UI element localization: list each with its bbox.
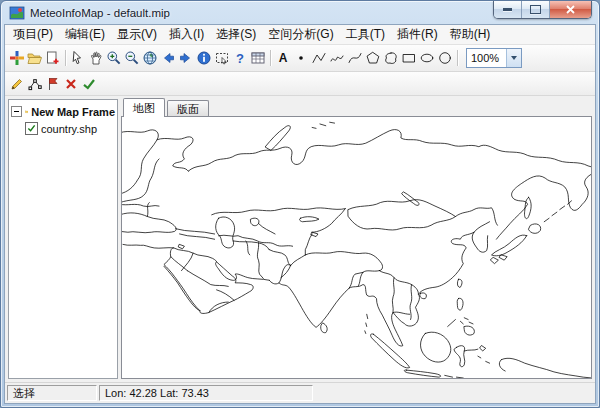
map-frame-row[interactable]: New Map Frame bbox=[11, 103, 115, 120]
minimize-button[interactable] bbox=[494, 1, 522, 18]
layer-label[interactable]: country.shp bbox=[41, 123, 97, 135]
open-folder-icon bbox=[27, 50, 43, 66]
globe-icon bbox=[142, 50, 158, 66]
toolbar-separator bbox=[457, 50, 458, 66]
window-controls bbox=[493, 1, 592, 19]
circle-icon bbox=[437, 50, 453, 66]
edit-toolbar bbox=[5, 72, 595, 96]
map-panel: 地图 版面 bbox=[121, 99, 592, 379]
new-freehand-button[interactable] bbox=[328, 48, 346, 68]
country-outline-map bbox=[122, 117, 591, 378]
attribute-table-button[interactable] bbox=[249, 48, 267, 68]
status-bar: 选择 Lon: 42.28 Lat: 73.43 bbox=[5, 382, 595, 403]
close-button[interactable] bbox=[550, 1, 591, 18]
zoom-out-icon bbox=[124, 50, 140, 66]
save-edits-button[interactable] bbox=[80, 74, 98, 94]
full-extent-button[interactable] bbox=[141, 48, 159, 68]
new-feature-button[interactable] bbox=[44, 74, 62, 94]
info-icon bbox=[196, 50, 212, 66]
toolbar-separator bbox=[65, 50, 66, 66]
status-mode-cell: 选择 bbox=[7, 385, 97, 401]
folder-icon bbox=[25, 105, 28, 118]
menu-plugins[interactable]: 插件(R) bbox=[391, 25, 444, 44]
maximize-button[interactable] bbox=[522, 1, 550, 18]
question-icon: ? bbox=[236, 52, 244, 65]
pencil-icon bbox=[9, 76, 25, 92]
flag-icon bbox=[45, 76, 61, 92]
map-canvas[interactable] bbox=[121, 116, 592, 379]
menu-project[interactable]: 项目(P) bbox=[7, 25, 59, 44]
new-rectangle-button[interactable] bbox=[400, 48, 418, 68]
point-icon bbox=[293, 50, 309, 66]
menu-insert[interactable]: 插入(I) bbox=[163, 25, 210, 44]
layer-visibility-checkbox[interactable] bbox=[25, 122, 38, 135]
rectangle-icon bbox=[401, 50, 417, 66]
add-layer-icon bbox=[45, 50, 61, 66]
select-button[interactable] bbox=[69, 48, 87, 68]
window-title: MeteoInfoMap - default.mip bbox=[30, 7, 170, 19]
client-area: 项目(P) 编辑(E) 显示(V) 插入(I) 选择(S) 空间分析(G) 工具… bbox=[4, 24, 596, 404]
chevron-down-icon[interactable] bbox=[506, 49, 521, 67]
status-coordinates-text: Lon: 42.28 Lat: 73.43 bbox=[105, 387, 209, 399]
new-curve-polygon-button[interactable] bbox=[382, 48, 400, 68]
tab-layout[interactable]: 版面 bbox=[167, 100, 209, 117]
pan-button[interactable] bbox=[87, 48, 105, 68]
start-edit-button[interactable] bbox=[8, 74, 26, 94]
status-coordinates-cell: Lon: 42.28 Lat: 73.43 bbox=[99, 385, 313, 401]
status-mode-text: 选择 bbox=[13, 386, 35, 401]
workspace: New Map Frame country.shp 地图 版面 bbox=[5, 96, 595, 382]
new-label-button[interactable]: A bbox=[274, 48, 292, 68]
new-project-button[interactable] bbox=[8, 48, 26, 68]
table-icon bbox=[250, 50, 266, 66]
minimize-icon bbox=[503, 8, 512, 11]
collapse-toggle-icon[interactable] bbox=[11, 106, 22, 117]
open-project-button[interactable] bbox=[26, 48, 44, 68]
new-point-button[interactable] bbox=[292, 48, 310, 68]
select-by-rectangle-button[interactable] bbox=[213, 48, 231, 68]
app-logo-icon bbox=[9, 5, 25, 21]
identify-button[interactable] bbox=[195, 48, 213, 68]
map-frame-label: New Map Frame bbox=[31, 106, 115, 118]
pan-hand-icon bbox=[88, 50, 104, 66]
vertex-edit-icon bbox=[27, 76, 43, 92]
zoom-level-combo[interactable]: 100% bbox=[466, 48, 522, 68]
maximize-icon bbox=[530, 5, 541, 14]
tab-map[interactable]: 地图 bbox=[123, 98, 165, 117]
edit-vertex-button[interactable] bbox=[26, 74, 44, 94]
whats-this-button[interactable]: ? bbox=[231, 48, 249, 68]
menu-tools[interactable]: 工具(T) bbox=[340, 25, 391, 44]
new-circle-button[interactable] bbox=[436, 48, 454, 68]
zoom-previous-button[interactable] bbox=[159, 48, 177, 68]
delete-feature-button[interactable] bbox=[62, 74, 80, 94]
zoom-out-button[interactable] bbox=[123, 48, 141, 68]
polyline-icon bbox=[311, 50, 327, 66]
main-toolbar: ? A bbox=[5, 45, 595, 72]
zoom-in-button[interactable] bbox=[105, 48, 123, 68]
curve-icon bbox=[347, 50, 363, 66]
menu-edit[interactable]: 编辑(E) bbox=[59, 25, 111, 44]
app-window: MeteoInfoMap - default.mip 项目(P) 编辑(E) 显… bbox=[0, 0, 600, 408]
layer-row[interactable]: country.shp bbox=[25, 120, 115, 137]
menu-help[interactable]: 帮助(H) bbox=[444, 25, 497, 44]
zoom-next-button[interactable] bbox=[177, 48, 195, 68]
new-project-icon bbox=[9, 50, 25, 66]
new-curve-button[interactable] bbox=[346, 48, 364, 68]
checkmark-icon bbox=[27, 124, 36, 133]
toolbar-separator bbox=[270, 50, 271, 66]
menu-spatial-analysis[interactable]: 空间分析(G) bbox=[262, 25, 339, 44]
add-layer-button[interactable] bbox=[44, 48, 62, 68]
new-ellipse-button[interactable] bbox=[418, 48, 436, 68]
arrow-left-icon bbox=[160, 50, 176, 66]
menu-view[interactable]: 显示(V) bbox=[111, 25, 163, 44]
new-polygon-button[interactable] bbox=[364, 48, 382, 68]
close-icon bbox=[565, 4, 576, 15]
menu-selection[interactable]: 选择(S) bbox=[210, 25, 262, 44]
arrow-right-icon bbox=[178, 50, 194, 66]
layers-panel: New Map Frame country.shp bbox=[8, 99, 118, 379]
freehand-line-icon bbox=[329, 50, 345, 66]
view-tabs: 地图 版面 bbox=[121, 99, 592, 117]
selection-rectangle-icon bbox=[214, 50, 230, 66]
polygon-icon bbox=[365, 50, 381, 66]
new-polyline-button[interactable] bbox=[310, 48, 328, 68]
cursor-icon bbox=[70, 50, 86, 66]
